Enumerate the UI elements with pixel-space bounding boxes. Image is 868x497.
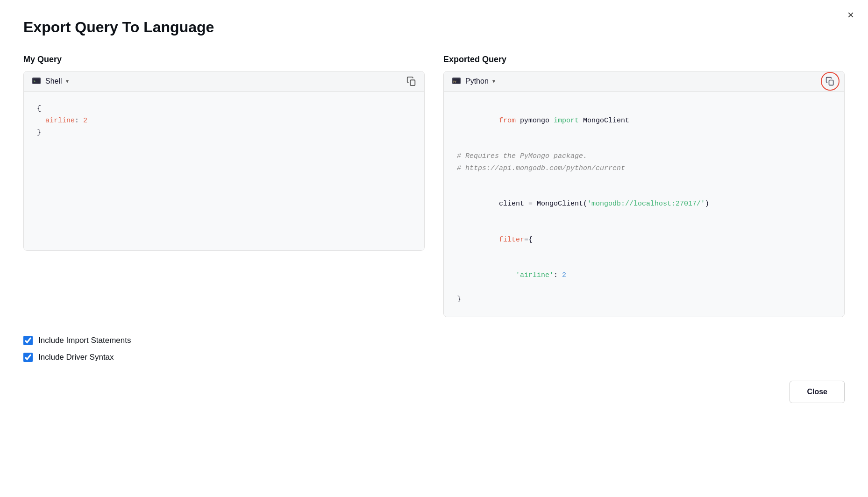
- code-line: [457, 174, 831, 186]
- import-statements-label: Include Import Statements: [38, 336, 131, 345]
- exported-query-toolbar: py Python ▾: [444, 71, 844, 92]
- panels-row: My Query >_ Shell ▾: [23, 55, 845, 317]
- code-line: client = MongoClient('mongodb://localhos…: [457, 186, 831, 222]
- my-query-container: >_ Shell ▾ { airline: 2 }: [23, 71, 425, 251]
- my-query-lang-selector[interactable]: >_ Shell ▾: [24, 71, 76, 91]
- copy-highlighted-icon: [825, 77, 835, 86]
- page-title: Export Query To Language: [23, 19, 845, 36]
- svg-text:py: py: [453, 79, 457, 83]
- svg-text:>_: >_: [34, 79, 38, 83]
- driver-syntax-input[interactable]: [23, 353, 33, 362]
- my-query-chevron-icon: ▾: [66, 78, 69, 85]
- import-statements-input[interactable]: [23, 336, 33, 345]
- copy-icon: [406, 76, 417, 86]
- exported-query-code-body: from pymongo import MongoClient # Requir…: [444, 92, 844, 317]
- checkboxes-section: Include Import Statements Include Driver…: [23, 336, 845, 362]
- driver-syntax-label: Include Driver Syntax: [38, 353, 114, 362]
- exported-query-container: py Python ▾ from pymongo import MongoCli…: [443, 71, 845, 317]
- code-line: # Requires the PyMongo package.: [457, 150, 831, 163]
- close-x-button[interactable]: ×: [847, 9, 854, 21]
- include-driver-syntax-checkbox[interactable]: Include Driver Syntax: [23, 353, 845, 362]
- code-line: [457, 139, 831, 151]
- code-line: airline: 2: [37, 115, 411, 127]
- code-line: }: [37, 127, 411, 139]
- code-line: }: [457, 293, 831, 305]
- exported-query-lang-selector[interactable]: py Python ▾: [444, 71, 503, 91]
- code-line: from pymongo import MongoClient: [457, 103, 831, 139]
- code-line: # https://api.mongodb.com/python/current: [457, 163, 831, 175]
- exported-query-panel: Exported Query py Python ▾: [443, 55, 845, 317]
- my-query-lang-label: Shell: [45, 77, 62, 85]
- include-import-statements-checkbox[interactable]: Include Import Statements: [23, 336, 845, 345]
- svg-rect-7: [829, 80, 833, 85]
- my-query-code-body: { airline: 2 }: [24, 92, 424, 250]
- my-query-copy-button[interactable]: [399, 71, 424, 91]
- close-x-icon: ×: [847, 8, 854, 21]
- my-query-label: My Query: [23, 55, 425, 64]
- code-line: filter={: [457, 222, 831, 258]
- footer-row: Close: [23, 381, 845, 403]
- my-query-panel: My Query >_ Shell ▾: [23, 55, 425, 317]
- exported-query-chevron-icon: ▾: [492, 78, 495, 85]
- my-query-toolbar: >_ Shell ▾: [24, 71, 424, 92]
- exported-query-copy-button[interactable]: [821, 72, 840, 91]
- svg-rect-3: [410, 80, 415, 85]
- shell-icon: >_: [31, 76, 42, 86]
- code-line: {: [37, 103, 411, 115]
- close-button[interactable]: Close: [790, 381, 845, 403]
- code-line: 'airline': 2: [457, 258, 831, 294]
- exported-query-label: Exported Query: [443, 55, 845, 64]
- python-icon: py: [451, 76, 462, 86]
- exported-query-lang-label: Python: [465, 77, 489, 85]
